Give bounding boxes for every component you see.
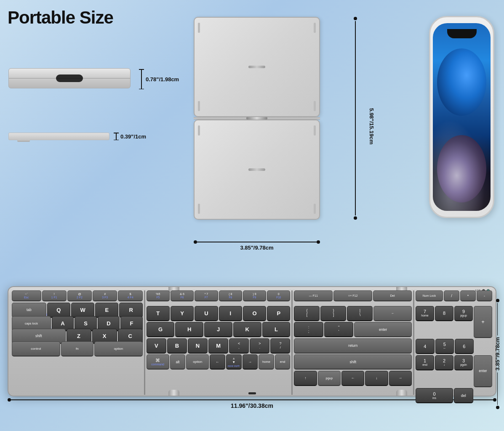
key-quote[interactable]: "': [324, 322, 353, 337]
keyboard-height-dim: 3.85"/9.78cm: [494, 299, 501, 409]
key-up-down-arrow[interactable]: ▲ ▼ pgup pgdn: [226, 354, 242, 370]
dim-dot-top: [354, 17, 357, 20]
key-alt[interactable]: alt: [170, 354, 186, 370]
key-shift-right[interactable]: shift: [294, 354, 412, 370]
key-home-mid[interactable]: home: [259, 354, 274, 370]
keyboard-section-1: ~`Esc !1 F1 @2 F2 #3 F3 $4 F4 tab Q W E …: [11, 290, 145, 395]
key-num-2[interactable]: 2↓: [435, 355, 453, 370]
key-right[interactable]: →: [389, 371, 412, 386]
full-keyboard-container: AST ~`Esc !1 F1 @2 F2 #3 F3 $4 F4: [8, 286, 496, 409]
key-option-mid[interactable]: option: [186, 354, 209, 370]
key-5[interactable]: %5F5: [147, 290, 170, 301]
key-period[interactable]: >.: [250, 338, 269, 354]
keyboard-height-label: 3.85"/9.78cm: [494, 337, 501, 370]
key-end-mid[interactable]: end: [275, 354, 291, 370]
key-r[interactable]: R: [119, 303, 142, 318]
key-num-5[interactable]: 5←: [435, 339, 454, 354]
side-view-thick: 0.78"/1.98cm: [8, 68, 179, 90]
key-3-f3[interactable]: #3 F3: [93, 290, 117, 301]
key-semicolon[interactable]: :;: [294, 322, 323, 337]
key-comma[interactable]: <,: [229, 338, 249, 354]
key-num-9[interactable]: 9pgup: [454, 306, 473, 321]
key-num-8[interactable]: 8: [435, 306, 453, 321]
dim-dot-bottom: [354, 216, 357, 220]
key-6[interactable]: & 6F6: [171, 290, 194, 301]
key-left[interactable]: ←: [341, 371, 364, 386]
key-u[interactable]: U: [195, 306, 218, 321]
key-num-0[interactable]: 0ins: [416, 388, 453, 403]
thickness-2-label: 0.39"/1cm: [120, 133, 146, 140]
dim-dot-left: [194, 240, 197, 244]
key-j[interactable]: J: [204, 322, 232, 337]
key-p[interactable]: P: [267, 306, 290, 321]
key-h[interactable]: H: [175, 322, 203, 337]
key-7[interactable]: * 7F7: [195, 290, 218, 301]
key-y[interactable]: Y: [171, 306, 194, 321]
key-right-arrow[interactable]: →: [243, 354, 258, 370]
key-down[interactable]: ↓: [365, 371, 388, 386]
key-control[interactable]: control: [12, 341, 60, 357]
key-numlock[interactable]: Num Lock: [416, 290, 443, 301]
key-eq-f12[interactable]: =+ F12: [333, 290, 372, 301]
key-slash[interactable]: ?/: [270, 338, 290, 354]
key-q[interactable]: Q: [47, 303, 70, 318]
full-keyboard: AST ~`Esc !1 F1 @2 F2 #3 F3 $4 F4: [8, 286, 496, 396]
key-tab[interactable]: tab: [12, 303, 46, 318]
key-fn[interactable]: fn: [61, 341, 93, 357]
key-b[interactable]: B: [167, 338, 187, 354]
key-num-7[interactable]: 7home: [416, 306, 434, 321]
key-v[interactable]: V: [147, 338, 166, 354]
key-m[interactable]: M: [208, 338, 228, 354]
keyboard-numpad: Num Lock / * - 7home 8 9pgup + 4 5← 6: [414, 290, 493, 395]
key-num-6[interactable]: 6: [455, 339, 474, 354]
key-cmd[interactable]: ⌘command: [147, 354, 169, 370]
dim-dot-right: [317, 240, 320, 244]
key-w[interactable]: W: [71, 303, 94, 318]
key-up[interactable]: ↑: [294, 371, 317, 386]
key-9[interactable]: ) 9F9: [243, 290, 266, 301]
key-4-f4[interactable]: $4 F4: [118, 290, 142, 301]
key-l[interactable]: L: [262, 322, 291, 337]
key-pgup[interactable]: pgup: [318, 371, 341, 386]
key-i[interactable]: I: [219, 306, 242, 321]
key-bracket-open[interactable]: {[: [294, 306, 320, 321]
key-2-f2[interactable]: @2 F2: [67, 290, 92, 301]
folded-width-label: 3.85"/9.78cm: [240, 245, 273, 251]
key-num-del[interactable]: del: [454, 388, 473, 403]
key-return[interactable]: return: [294, 338, 412, 354]
side-view-thin: 0.39"/1cm: [8, 133, 146, 140]
key-bracket-close[interactable]: }]: [320, 306, 346, 321]
key-option-left[interactable]: option: [94, 341, 143, 357]
key-esc[interactable]: ~`Esc: [12, 290, 41, 301]
key-minus-f11[interactable]: — F11: [294, 290, 333, 301]
key-o[interactable]: O: [243, 306, 266, 321]
page-title: Portable Size: [8, 8, 113, 28]
key-backspace[interactable]: ←: [373, 306, 412, 321]
key-g[interactable]: G: [147, 322, 175, 337]
key-num-4[interactable]: 4: [416, 339, 435, 354]
iphone: [429, 16, 496, 222]
key-0[interactable]: 0F10: [267, 290, 290, 301]
key-num-ast[interactable]: *: [460, 290, 476, 301]
key-del[interactable]: Del: [373, 290, 412, 301]
key-pipe[interactable]: |\: [347, 306, 373, 321]
key-num-enter[interactable]: enter: [474, 355, 492, 387]
key-num-3[interactable]: 3pgdn: [454, 355, 473, 370]
key-1-f1[interactable]: !1 F1: [42, 290, 67, 301]
key-num-1[interactable]: 1end: [416, 355, 434, 370]
key-num-div[interactable]: /: [444, 290, 459, 301]
key-num-plus[interactable]: +: [474, 306, 492, 338]
folded-height-label: 5.98"/15.19cm: [368, 108, 375, 144]
key-enter[interactable]: enter: [354, 322, 412, 337]
key-8[interactable]: ( 8F8: [219, 290, 242, 301]
key-n[interactable]: N: [188, 338, 208, 354]
key-num-minus[interactable]: -: [477, 290, 492, 301]
thickness-1-label: 0.78"/1.98cm: [146, 76, 179, 82]
key-t[interactable]: T: [147, 306, 170, 321]
keyboard-section-2: %5F5 & 6F6 * 7F7 ( 8F8 ) 9F9 0F10 T Y U …: [145, 290, 293, 395]
key-e[interactable]: E: [95, 303, 118, 318]
folded-keyboard-top-view: 3.85"/9.78cm 5.98"/15.19cm: [194, 17, 328, 236]
keyboard-width-label: 11.96"/30.38cm: [231, 402, 273, 409]
key-k[interactable]: K: [233, 322, 261, 337]
key-left-arrow[interactable]: ←: [210, 354, 225, 370]
